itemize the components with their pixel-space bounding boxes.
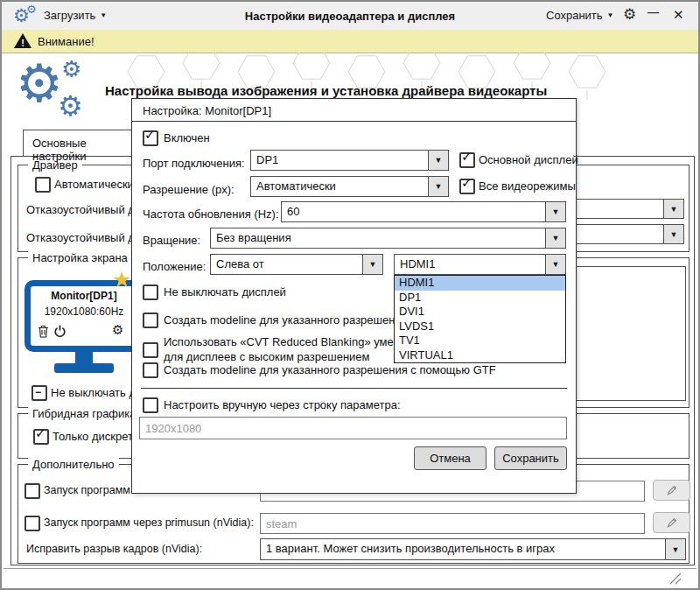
run-programs-edit-button[interactable] <box>653 480 690 501</box>
close-button[interactable]: ✕ <box>673 7 684 23</box>
check-mark-icon: ✓ <box>461 176 472 189</box>
screen-group-title: Настройка экрана <box>28 251 132 264</box>
page-title: Настройка вывода изображения и установка… <box>105 83 547 99</box>
failsafe-driver-label-2: Отказоустойчивый др <box>26 231 141 245</box>
primusrun-edit-button[interactable] <box>653 512 690 533</box>
port-label: Порт подключения: <box>143 157 245 171</box>
dropdown-arrow-icon: ▼ <box>545 228 565 248</box>
failsafe-driver-label-1: Отказоустойчивый др <box>26 203 141 217</box>
port-value: DP1 <box>251 151 428 170</box>
settings-gear-icon[interactable]: ⚙ <box>623 7 636 22</box>
dialog-title: Настройка: Monitor[DP1] <box>132 99 576 122</box>
header-logo-gear-big-icon: ⚙ <box>16 58 63 110</box>
svg-text:!: ! <box>21 38 24 48</box>
dropdown-arrow-icon: ▼ <box>545 202 565 221</box>
modeline-label: Создать modeline для указанного разрешен… <box>164 313 408 327</box>
resolution-value: Автоматически <box>251 177 428 196</box>
primusrun-input[interactable] <box>260 513 645 534</box>
tab-main-settings[interactable]: Основные настройки <box>23 130 136 156</box>
checkbox-enabled[interactable]: ✓ <box>143 130 158 146</box>
tearing-fix-select[interactable]: 1 вариант. Может снизить производительно… <box>260 538 686 560</box>
dropdown-option[interactable]: VIRTUAL1 <box>395 348 565 363</box>
primary-display-label: Основной дисплей <box>479 153 578 167</box>
resize-grip[interactable] <box>667 572 682 585</box>
primary-star-icon: ★ <box>112 269 131 291</box>
save-menu-label: Сохранить <box>546 9 603 22</box>
checkbox-run-programs[interactable] <box>24 483 40 499</box>
save-menu-button[interactable]: Сохранить ▼ <box>546 9 614 22</box>
tearing-fix-value: 1 вариант. Может снизить производительно… <box>261 539 665 559</box>
dropdown-arrow-icon: ▼ <box>545 255 565 274</box>
dialog-save-button[interactable]: Сохранить <box>494 446 567 470</box>
rotation-select[interactable]: Без вращения ▼ <box>210 228 566 249</box>
manual-parameter-input[interactable] <box>139 417 567 439</box>
pencil-icon <box>665 516 679 530</box>
checkbox-modeline[interactable] <box>143 313 158 328</box>
chevron-down-icon: ▼ <box>607 11 614 19</box>
dropdown-arrow-icon: ▼ <box>428 151 448 170</box>
manual-parameter-label: Настроить вручную через строку параметра… <box>164 398 401 412</box>
dropdown-arrow-icon: ▼ <box>665 539 685 559</box>
position-label: Положение: <box>143 260 206 274</box>
dropdown-option[interactable]: TV1 <box>395 334 565 348</box>
position-target-select[interactable]: HDMI1 ▼ <box>394 254 566 275</box>
checkbox-primusrun[interactable] <box>24 516 40 531</box>
monitor-settings-gear-icon[interactable]: ⚙ <box>112 323 123 336</box>
position-target-dropdown-list: HDMI1 DP1 DVI1 LVDS1 TV1 VIRTUAL1 <box>394 275 566 363</box>
power-icon[interactable] <box>53 325 66 338</box>
checkbox-keep-display-on-main[interactable]: − <box>32 385 47 401</box>
dropdown-arrow-icon: ▼ <box>663 225 683 243</box>
indeterminate-mark-icon: − <box>35 387 41 397</box>
monitor-name: Monitor[DP1] <box>28 290 140 302</box>
trash-icon[interactable] <box>38 325 49 338</box>
rotation-value: Без вращения <box>211 228 545 248</box>
run-programs-label: Запуск программ ч <box>44 484 139 497</box>
dialog-separator <box>141 388 567 389</box>
cancel-button[interactable]: Отмена <box>414 446 486 470</box>
keep-display-on-main-label: Не выключать ди <box>51 386 142 400</box>
dropdown-option[interactable]: DP1 <box>395 291 565 306</box>
header-logo-gear-small-icon: ⚙ <box>61 58 81 81</box>
dropdown-arrow-icon: ▼ <box>663 200 683 218</box>
monitor-mode: 1920x1080:60Hz <box>28 306 140 318</box>
warning-triangle-icon: ! <box>13 32 32 49</box>
dropdown-option[interactable]: LVDS1 <box>395 320 565 334</box>
checkbox-manual-parameter[interactable] <box>143 397 158 413</box>
enabled-label: Включен <box>164 131 210 145</box>
checkbox-cvt-reduced-blanking[interactable] <box>143 342 158 358</box>
dropdown-option[interactable]: DVI1 <box>395 305 565 320</box>
checkbox-primary-display[interactable]: ✓ <box>459 152 475 168</box>
rotation-label: Вращение: <box>143 234 200 248</box>
check-mark-icon: ✓ <box>35 426 46 439</box>
position-value: Слева от <box>211 255 362 274</box>
refresh-label: Частота обновления (Hz): <box>143 207 279 221</box>
extra-group-title: Дополнительно <box>28 458 119 471</box>
monitor-settings-dialog: Настройка: Monitor[DP1] ✓ Включен Порт п… <box>131 98 577 494</box>
position-select[interactable]: Слева от ▼ <box>210 254 383 275</box>
checkbox-auto-driver[interactable] <box>35 177 51 193</box>
all-modes-label: Все видеорежимы <box>479 179 576 193</box>
tearing-fix-label: Исправить разрыв кадров (nVidia): <box>26 543 202 556</box>
checkbox-keep-display-on[interactable] <box>143 284 158 300</box>
dropdown-arrow-icon: ▼ <box>428 177 448 196</box>
resolution-select[interactable]: Автоматически ▼ <box>250 176 449 197</box>
warning-bar: ! Внимание! <box>2 30 698 53</box>
primusrun-label: Запуск программ через primusun (nVidia): <box>44 516 254 530</box>
dropdown-option[interactable]: HDMI1 <box>395 276 565 291</box>
cvt-label-line1: Использовать «CVT Reduced Blanking» умен <box>164 335 400 349</box>
app-window: ⚙ ⚙ Загрузить ▼ Настройки видеоадаптера … <box>0 0 700 590</box>
dropdown-arrow-icon: ▼ <box>362 255 382 274</box>
keep-display-on-label: Не выключать дисплей <box>164 285 286 299</box>
checkbox-all-modes[interactable]: ✓ <box>459 179 475 194</box>
checkbox-discrete-only[interactable]: ✓ <box>33 429 49 445</box>
title-bar: ⚙ ⚙ Загрузить ▼ Настройки видеоадаптера … <box>2 2 698 31</box>
port-select[interactable]: DP1 ▼ <box>250 150 449 171</box>
position-target-value: HDMI1 <box>395 255 545 274</box>
refresh-select[interactable]: 60 ▼ <box>281 201 566 222</box>
checkbox-gtf[interactable] <box>143 362 158 378</box>
cvt-label-line2: для дисплеев с высоким разрешением <box>164 350 370 364</box>
minimize-button[interactable]: — <box>648 5 659 18</box>
monitor-stand-base <box>54 363 114 373</box>
gtf-label: Создать modeline для указанного разрешен… <box>164 363 496 377</box>
header-logo-gear-medium-icon: ⚙ <box>58 92 83 120</box>
